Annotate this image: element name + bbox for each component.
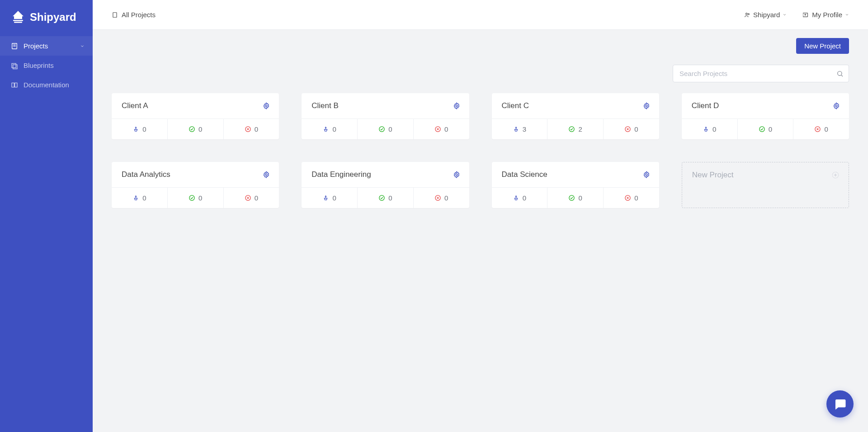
check-circle-icon — [759, 126, 765, 133]
vessel-icon — [513, 126, 519, 133]
gear-icon[interactable] — [263, 102, 270, 109]
svg-point-19 — [456, 105, 458, 107]
sidebar-item-documentation[interactable]: Documentation — [0, 75, 93, 95]
vessels-stat: 0 — [682, 119, 737, 139]
new-project-card[interactable]: New Project — [682, 162, 849, 208]
org-menu[interactable]: Shipyard — [744, 11, 787, 19]
svg-point-40 — [379, 195, 384, 200]
ship-icon — [11, 10, 25, 24]
gear-icon[interactable] — [643, 102, 650, 109]
sidebar: Shipyard Projects Blueprints Documentati… — [0, 0, 93, 432]
brand-logo[interactable]: Shipyard — [0, 0, 93, 36]
project-title: Data Engineering — [311, 170, 371, 179]
svg-point-39 — [456, 174, 458, 176]
sidebar-item-blueprints[interactable]: Blueprints — [0, 56, 93, 75]
svg-rect-7 — [113, 12, 117, 17]
chevron-down-icon — [783, 13, 787, 17]
project-card[interactable]: Data Engineering000 — [302, 162, 469, 208]
error-circle-icon — [624, 126, 631, 133]
svg-rect-0 — [13, 20, 23, 21]
project-card[interactable]: Client B000 — [302, 93, 469, 139]
svg-point-25 — [569, 127, 574, 132]
project-title: Client A — [122, 101, 148, 110]
vessels-stat: 3 — [492, 119, 547, 139]
errored-stat: 0 — [793, 119, 849, 139]
search-icon — [836, 70, 844, 77]
org-label: Shipyard — [753, 11, 780, 19]
svg-line-13 — [841, 75, 843, 76]
svg-rect-6 — [13, 65, 17, 69]
error-circle-icon — [434, 126, 441, 133]
vessels-stat: 0 — [112, 188, 167, 208]
gear-icon[interactable] — [453, 171, 460, 178]
id-card-icon — [803, 12, 809, 18]
brand-name: Shipyard — [30, 11, 76, 24]
project-card[interactable]: Client C320 — [492, 93, 659, 139]
vessel-icon — [703, 126, 709, 133]
project-card[interactable]: Client A000 — [112, 93, 279, 139]
svg-point-45 — [569, 195, 574, 200]
project-card[interactable]: Data Analytics000 — [112, 162, 279, 208]
check-circle-icon — [378, 126, 385, 133]
book-icon — [11, 81, 18, 89]
gear-icon[interactable] — [453, 102, 460, 109]
projects-icon — [11, 43, 18, 50]
succeeded-stat: 0 — [167, 119, 223, 139]
project-card[interactable]: Data Science000 — [492, 162, 659, 208]
errored-stat: 0 — [223, 119, 279, 139]
svg-point-24 — [646, 105, 647, 107]
chevron-down-icon — [845, 13, 849, 17]
vessel-icon — [132, 126, 139, 133]
vessels-stat: 0 — [112, 119, 167, 139]
project-title: Client C — [502, 101, 529, 110]
svg-point-20 — [379, 127, 384, 132]
vessels-stat: 0 — [302, 188, 357, 208]
new-project-label: New Project — [692, 171, 734, 180]
vessels-stat: 0 — [302, 119, 357, 139]
succeeded-stat: 0 — [167, 188, 223, 208]
succeeded-stat: 0 — [357, 119, 413, 139]
gear-icon[interactable] — [833, 102, 840, 109]
search-input[interactable] — [673, 65, 849, 82]
succeeded-stat: 0 — [357, 188, 413, 208]
project-title: Client B — [311, 101, 339, 110]
project-title: Data Science — [502, 170, 547, 179]
svg-point-8 — [746, 13, 748, 14]
gear-icon[interactable] — [643, 171, 650, 178]
search-box — [673, 65, 849, 82]
errored-stat: 0 — [223, 188, 279, 208]
breadcrumb-label: All Projects — [122, 11, 156, 19]
vessel-icon — [322, 195, 329, 201]
new-project-button[interactable]: New Project — [796, 38, 849, 54]
svg-point-44 — [646, 174, 647, 176]
project-title: Data Analytics — [122, 170, 170, 179]
errored-stat: 0 — [603, 188, 659, 208]
header: All Projects Shipyard My Profile — [93, 0, 868, 30]
svg-point-34 — [265, 174, 267, 176]
check-circle-icon — [568, 195, 575, 201]
profile-label: My Profile — [812, 11, 842, 19]
succeeded-stat: 0 — [547, 188, 603, 208]
profile-menu[interactable]: My Profile — [803, 11, 849, 19]
vessels-stat: 0 — [492, 188, 547, 208]
sidebar-item-projects[interactable]: Projects — [0, 36, 93, 56]
svg-point-14 — [265, 105, 267, 107]
svg-point-29 — [835, 105, 837, 107]
project-grid: Client A000Client B000Client C320Client … — [112, 93, 849, 208]
chat-button[interactable] — [826, 390, 854, 418]
user-group-icon — [744, 12, 750, 18]
vessel-icon — [513, 195, 519, 201]
svg-point-9 — [748, 13, 750, 14]
check-circle-icon — [378, 195, 385, 201]
breadcrumb[interactable]: All Projects — [112, 11, 156, 19]
errored-stat: 0 — [413, 188, 469, 208]
check-circle-icon — [189, 126, 195, 133]
sidebar-item-label: Blueprints — [24, 62, 54, 69]
errored-stat: 0 — [603, 119, 659, 139]
error-circle-icon — [814, 126, 821, 133]
gear-icon[interactable] — [263, 171, 270, 178]
svg-point-35 — [189, 195, 194, 200]
check-circle-icon — [189, 195, 195, 201]
blueprints-icon — [11, 62, 18, 69]
project-card[interactable]: Client D000 — [682, 93, 849, 139]
